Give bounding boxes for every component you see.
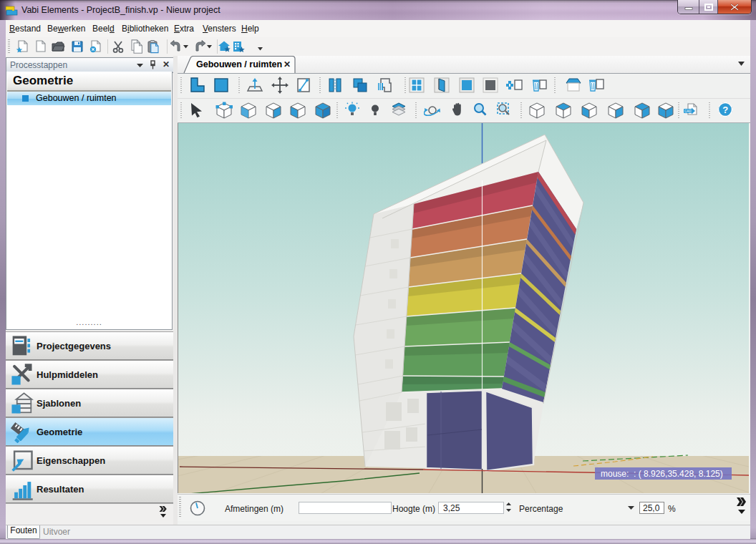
svg-text:?: ?: [722, 105, 728, 115]
svg-text:CAD: CAD: [684, 110, 692, 113]
svg-text:mouse: : ( 8.926,35.428, 8.12: mouse: : ( 8.926,35.428, 8.125): [601, 469, 723, 479]
